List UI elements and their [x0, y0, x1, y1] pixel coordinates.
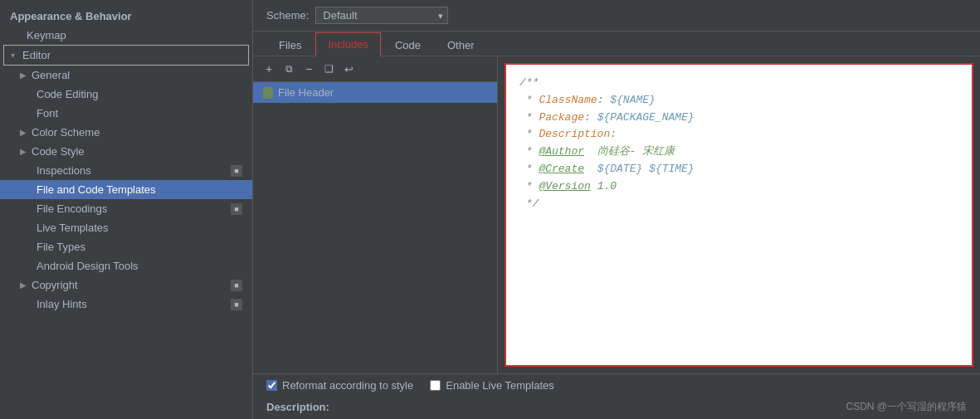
- content-area: + ⧉ − ❑ ↩ File Header /** * ClassName: $…: [253, 56, 980, 373]
- sidebar-item-live-templates[interactable]: Live Templates: [0, 218, 252, 237]
- main-content: Scheme: Default Custom Files Includes Co…: [253, 0, 980, 419]
- tab-code[interactable]: Code: [383, 33, 433, 56]
- sidebar-item-android-design-tools[interactable]: Android Design Tools: [0, 256, 252, 275]
- sidebar-item-editor[interactable]: ▾ Editor: [3, 45, 249, 66]
- code-line-7: * @Version 1.0: [519, 178, 958, 196]
- live-templates-label: Enable Live Templates: [446, 379, 554, 392]
- revert-button[interactable]: ↩: [339, 60, 358, 78]
- code-line-3: * Package: ${PACKAGE_NAME}: [519, 110, 958, 127]
- inspections-badge: ■: [231, 165, 242, 177]
- sidebar-item-code-style[interactable]: ▶ Code Style: [0, 142, 252, 161]
- code-line-4: * Description:: [519, 126, 958, 144]
- description-label: Description:: [266, 401, 329, 413]
- sidebar-item-copyright[interactable]: ▶ Copyright ■: [0, 275, 252, 295]
- sidebar-item-general[interactable]: ▶ General: [0, 66, 252, 85]
- sidebar-item-code-editing[interactable]: Code Editing: [0, 85, 252, 104]
- arrow-icon-copyright: ▶: [20, 280, 30, 290]
- file-panel: + ⧉ − ❑ ↩ File Header: [253, 56, 498, 373]
- sidebar-item-file-types[interactable]: File Types: [0, 237, 252, 256]
- file-encodings-badge: ■: [231, 203, 242, 215]
- sidebar-item-inspections[interactable]: Inspections ■: [0, 161, 252, 180]
- sidebar-item-color-scheme[interactable]: ▶ Color Scheme: [0, 123, 252, 142]
- scheme-select[interactable]: Default Custom: [315, 7, 448, 24]
- tabs-row: Files Includes Code Other: [253, 32, 980, 56]
- code-editor[interactable]: /** * ClassName: ${NAME} * Package: ${PA…: [505, 63, 973, 367]
- tab-includes[interactable]: Includes: [315, 32, 380, 56]
- code-line-2: * ClassName: ${NAME}: [519, 92, 958, 110]
- copyright-badge: ■: [231, 280, 242, 291]
- file-item-label: File Header: [278, 86, 334, 99]
- arrow-icon-color-scheme: ▶: [20, 128, 30, 137]
- appearance-section: Appearance & Behavior: [0, 7, 252, 26]
- code-line-1: /**: [519, 75, 958, 92]
- reformat-checkbox-label[interactable]: Reformat according to style: [266, 379, 413, 392]
- toolbar: + ⧉ − ❑ ↩: [253, 56, 497, 82]
- scheme-row: Scheme: Default Custom: [253, 0, 980, 32]
- inlay-hints-badge: ■: [231, 299, 242, 310]
- description-row: Description: CSDN @一个写湿的程序猿: [253, 397, 980, 419]
- scheme-label: Scheme:: [266, 9, 309, 22]
- file-icon: [263, 87, 273, 99]
- scheme-select-wrapper: Default Custom: [315, 7, 448, 24]
- arrow-icon-general: ▶: [20, 71, 30, 80]
- watermark-text: CSDN @一个写湿的程序猿: [846, 400, 967, 414]
- sidebar-item-keymap[interactable]: Keymap: [0, 26, 252, 45]
- reformat-checkbox[interactable]: [266, 380, 277, 391]
- add-button[interactable]: +: [260, 60, 278, 78]
- list-item[interactable]: File Header: [253, 82, 497, 103]
- code-line-5: * @Author 尚硅谷- 宋红康: [519, 144, 958, 161]
- remove-button[interactable]: −: [300, 60, 318, 78]
- arrow-icon: ▾: [11, 51, 21, 60]
- live-templates-checkbox-label[interactable]: Enable Live Templates: [430, 379, 554, 392]
- code-line-6: * @Create ${DATE} ${TIME}: [519, 161, 958, 178]
- duplicate-button[interactable]: ❑: [319, 60, 338, 78]
- sidebar-item-file-encodings[interactable]: File Encodings ■: [0, 199, 252, 218]
- reformat-label: Reformat according to style: [282, 379, 413, 392]
- arrow-icon-code-style: ▶: [20, 147, 30, 156]
- tab-files[interactable]: Files: [266, 33, 314, 56]
- sidebar-item-file-and-code-templates[interactable]: File and Code Templates: [0, 180, 252, 199]
- tab-other[interactable]: Other: [435, 33, 487, 56]
- file-list: File Header: [253, 82, 497, 373]
- copy-button[interactable]: ⧉: [280, 60, 298, 78]
- code-line-8: */: [519, 196, 958, 213]
- sidebar-item-font[interactable]: Font: [0, 104, 252, 123]
- live-templates-checkbox[interactable]: [430, 380, 441, 391]
- sidebar-item-inlay-hints[interactable]: Inlay Hints ■: [0, 295, 252, 314]
- settings-sidebar: Appearance & Behavior Keymap ▾ Editor ▶ …: [0, 0, 253, 419]
- bottom-bar: Reformat according to style Enable Live …: [253, 373, 980, 397]
